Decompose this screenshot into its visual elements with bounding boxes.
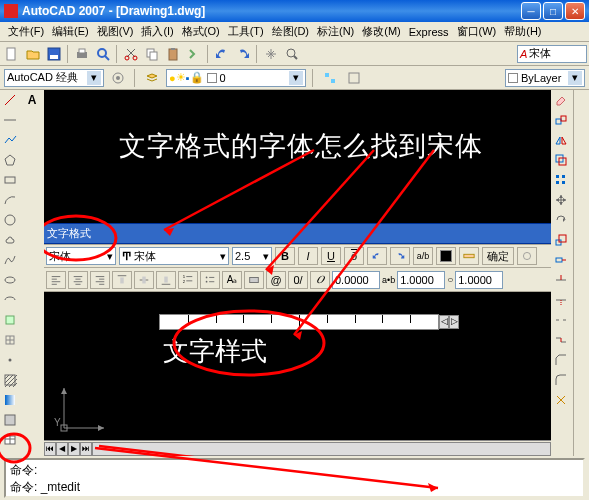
drawing-canvas[interactable]: 文字格式的字体怎么找到宋体 文字格式 宋体 ▾ Ͳ 宋体 ▾ 2.5 (44, 90, 551, 456)
minimize-button[interactable]: ─ (521, 2, 541, 20)
stack-button[interactable]: a/b (413, 247, 433, 265)
tab-prev-button[interactable]: ◀ (56, 442, 68, 456)
point-tool[interactable] (0, 350, 20, 370)
redo-text-button[interactable] (390, 247, 410, 265)
numbering-button[interactable]: 12 (178, 271, 198, 289)
width-factor-value[interactable]: 1.0000 (455, 271, 503, 289)
undo-text-button[interactable] (367, 247, 387, 265)
options-button[interactable] (517, 247, 537, 265)
maximize-button[interactable]: □ (543, 2, 563, 20)
block-tool[interactable] (0, 330, 20, 350)
menu-window[interactable]: 窗口(W) (453, 22, 501, 41)
match-button[interactable] (184, 44, 204, 64)
tab-first-button[interactable]: ⏮ (44, 442, 56, 456)
menu-format[interactable]: 格式(O) (178, 22, 224, 41)
mirror-tool[interactable] (551, 130, 571, 150)
open-button[interactable] (23, 44, 43, 64)
ok-button[interactable]: 确定 (482, 247, 514, 265)
chamfer-tool[interactable] (551, 350, 571, 370)
insert-tool[interactable] (0, 310, 20, 330)
oblique-value[interactable]: 0.0000 (332, 271, 380, 289)
tab-next-button[interactable]: ▶ (68, 442, 80, 456)
explode-tool[interactable] (551, 390, 571, 410)
ruler-prev-button[interactable]: ◁ (439, 315, 449, 329)
menu-edit[interactable]: 编辑(E) (48, 22, 93, 41)
ruler-button[interactable] (459, 247, 479, 265)
bullets-button[interactable] (200, 271, 220, 289)
ws-settings-button[interactable] (108, 68, 128, 88)
trim-tool[interactable] (551, 270, 571, 290)
erase-tool[interactable] (551, 90, 571, 110)
align-center-button[interactable] (68, 271, 88, 289)
text-height-combo[interactable]: 2.5 ▾ (232, 247, 272, 265)
workspace-combo[interactable]: AutoCAD 经典 ▾ (4, 69, 104, 87)
layer-combo[interactable]: ●☀▪🔒 0 ▾ (166, 69, 306, 87)
menu-tools[interactable]: 工具(T) (224, 22, 268, 41)
bold-button[interactable]: B (275, 247, 295, 265)
ruler-next-button[interactable]: ▷ (449, 315, 459, 329)
menu-insert[interactable]: 插入(I) (137, 22, 177, 41)
gradient-tool[interactable] (0, 390, 20, 410)
align-mid-button[interactable] (134, 271, 154, 289)
text-style-combo[interactable]: 宋体 ▾ (46, 247, 116, 265)
revcloud-tool[interactable] (0, 230, 20, 250)
oblique-button[interactable]: 0/ (288, 271, 308, 289)
mtext-tool[interactable]: A (22, 90, 42, 110)
spline-tool[interactable] (0, 250, 20, 270)
copy-button[interactable] (142, 44, 162, 64)
new-button[interactable] (2, 44, 22, 64)
break-tool[interactable] (551, 310, 571, 330)
ellipsearc-tool[interactable] (0, 290, 20, 310)
arc-tool[interactable] (0, 190, 20, 210)
undo-button[interactable] (212, 44, 232, 64)
menu-help[interactable]: 帮助(H) (500, 22, 545, 41)
text-format-header[interactable]: 文字格式 (44, 223, 551, 244)
overline-button[interactable]: ō (344, 247, 364, 265)
font-style-combo[interactable]: A 宋体 (517, 45, 587, 63)
tool-icon-2[interactable] (344, 68, 364, 88)
paste-button[interactable] (163, 44, 183, 64)
color-button[interactable] (436, 247, 456, 265)
text-ruler[interactable] (159, 314, 439, 330)
copy-tool[interactable] (551, 110, 571, 130)
pline-tool[interactable] (0, 130, 20, 150)
offset-tool[interactable] (551, 150, 571, 170)
preview-button[interactable] (93, 44, 113, 64)
line-tool[interactable] (0, 90, 20, 110)
vscrollbar[interactable] (573, 90, 589, 456)
extend-tool[interactable] (551, 290, 571, 310)
join-tool[interactable] (551, 330, 571, 350)
region-tool[interactable] (0, 410, 20, 430)
rect-tool[interactable] (0, 170, 20, 190)
scale-tool[interactable] (551, 230, 571, 250)
hatch-tool[interactable] (0, 370, 20, 390)
zoom-button[interactable] (282, 44, 302, 64)
polygon-tool[interactable] (0, 150, 20, 170)
menu-modify[interactable]: 修改(M) (358, 22, 405, 41)
menu-file[interactable]: 文件(F) (4, 22, 48, 41)
align-top-button[interactable] (112, 271, 132, 289)
cut-button[interactable] (121, 44, 141, 64)
tool-icon-1[interactable] (320, 68, 340, 88)
array-tool[interactable] (551, 170, 571, 190)
layer-icon[interactable] (142, 68, 162, 88)
underline-button[interactable]: U (321, 247, 341, 265)
command-window[interactable]: 命令: 命令: _mtedit 命令: (4, 458, 585, 498)
fillet-tool[interactable] (551, 370, 571, 390)
tracking-value[interactable]: 1.0000 (397, 271, 445, 289)
hscrollbar[interactable] (92, 442, 551, 456)
mtext-content[interactable]: 文字样式 (159, 332, 459, 371)
menu-dim[interactable]: 标注(N) (313, 22, 358, 41)
redo-button[interactable] (233, 44, 253, 64)
xline-tool[interactable] (0, 110, 20, 130)
move-tool[interactable] (551, 190, 571, 210)
text-font-combo[interactable]: Ͳ 宋体 ▾ (119, 247, 229, 265)
tab-last-button[interactable]: ⏭ (80, 442, 92, 456)
close-button[interactable]: ✕ (565, 2, 585, 20)
align-bot-button[interactable] (156, 271, 176, 289)
menu-view[interactable]: 视图(V) (93, 22, 138, 41)
align-left-button[interactable] (46, 271, 66, 289)
menu-express[interactable]: Express (405, 22, 453, 41)
stretch-tool[interactable] (551, 250, 571, 270)
pan-button[interactable] (261, 44, 281, 64)
